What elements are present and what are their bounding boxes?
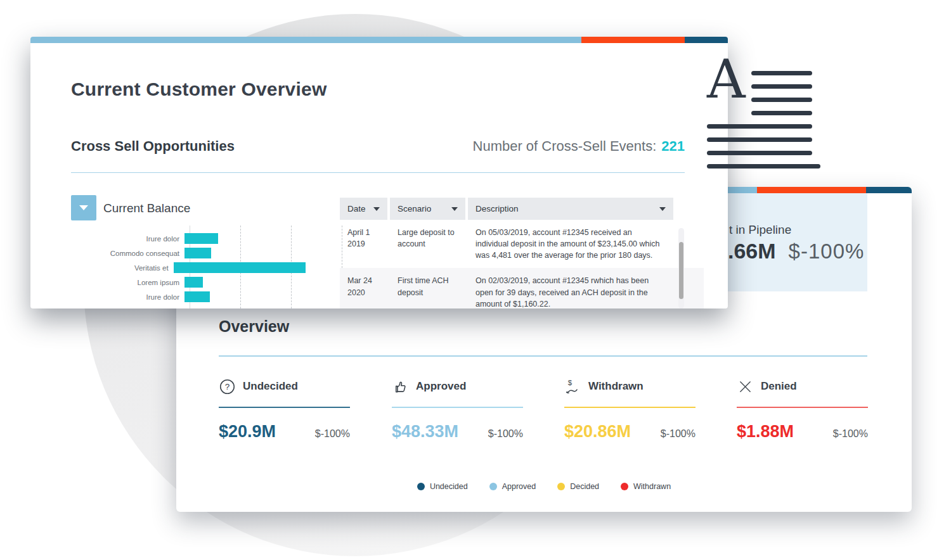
stat-withdrawn: $ Withdrawn $20.86M $-100% [564,377,695,453]
cell-scenario: Large deposit to account [398,227,463,261]
sort-caret-icon [373,207,380,211]
logo-line [751,111,812,115]
chart-metric-label: Current Balance [103,201,190,215]
chart-category-label: Irure dolor [71,235,184,243]
logo-line [707,137,812,142]
chart-bar[interactable] [184,248,211,258]
topbar-segment-darkblue [866,187,912,193]
logo-letter-a: A [707,53,746,106]
cell-date: April 1 2019 [347,227,389,261]
table-header-date[interactable]: Date [340,198,387,220]
chart-category-label: Commodo consequat [71,250,184,257]
table-row[interactable]: Mar 24 2020 First time ACH deposit On 02… [340,268,704,309]
chart-bar[interactable] [184,233,218,244]
events-label: Number of Cross-Sell Events: [473,138,657,154]
overview-heading: Overview [219,317,289,336]
table-scrollbar-track[interactable] [678,228,684,309]
front-card-topbar [30,37,728,43]
question-circle-icon: ? [219,378,235,395]
topbar-segment-darkblue [685,37,728,43]
chart-row: Irure dolor [71,233,306,244]
chart-category-label: Irure dolor [71,293,184,301]
logo-line [751,71,812,75]
svg-text:$: $ [567,379,572,386]
chart-bar[interactable] [174,262,306,273]
legend-label: Withdrawn [633,482,671,491]
chart-category-label: Veritatis et [71,264,174,272]
logo-line [707,151,812,155]
stat-delta: $-100% [661,428,695,440]
current-customer-card: Current Customer Overview Cross Sell Opp… [30,37,728,309]
table-scrollbar-thumb[interactable] [679,242,683,299]
cross-sell-events-table: Date Scenario Description April 1 2019 L… [340,198,704,309]
stat-label: Approved [416,380,466,393]
chart-row: Veritatis et [71,262,306,273]
stat-value: $20.9M [219,422,276,442]
table-header-description[interactable]: Description [468,198,673,220]
legend-item-approved: Approved [489,482,536,491]
thumbs-up-icon [392,378,408,395]
x-mark-icon [737,378,753,395]
cross-sell-events: Number of Cross-Sell Events:221 [473,138,685,155]
stat-underline [737,407,868,408]
stat-label: Undecided [243,380,298,393]
legend-dot-decided [557,483,565,490]
cell-description: On 05/03/2019, account #12345 received a… [476,227,663,261]
cell-scenario: First time ACH deposit [398,275,463,309]
chart-metric-dropdown-button[interactable] [71,195,96,220]
logo-line [751,84,812,89]
stat-denied: Denied $1.88M $-100% [737,377,868,453]
stat-label: Withdrawn [588,380,644,393]
logo-line [751,98,812,102]
chart-row: Irure dolor [71,291,306,302]
logo-line [707,124,812,129]
pipeline-delta: $-100% [789,239,865,264]
section-divider [71,172,685,173]
stat-underline [392,407,523,408]
topbar-segment-orange [581,37,685,43]
legend-dot-approved [489,483,497,490]
cell-description: On 02/03/2019, account #12345 rwhich has… [476,275,663,309]
legend-item-undecided: Undecided [417,482,468,491]
status-legend: Undecided Approved Decided Withdrawn [176,482,912,491]
events-count: 221 [661,138,685,154]
dashboard-stage: t in Pipeline .66M $-100% Overview ? Und… [0,0,951,560]
table-header-scenario[interactable]: Scenario [390,198,465,220]
stat-delta: $-100% [488,428,523,440]
stat-value: $1.88M [737,422,794,442]
stat-value: $20.86M [564,422,631,442]
chart-row: Commodo consequat [71,248,306,258]
chart-row: Lorem ipsum [71,277,306,288]
stat-delta: $-100% [315,428,350,440]
table-row[interactable]: April 1 2019 Large deposit to account On… [340,220,704,268]
chart-bar[interactable] [184,277,203,288]
pipeline-value: .66M [728,239,776,264]
header-label: Scenario [398,204,431,213]
chevron-down-icon [79,205,88,210]
stat-approved: Approved $48.33M $-100% [392,377,523,453]
sort-caret-icon [659,207,666,211]
cross-sell-heading: Cross Sell Opportunities [71,138,235,155]
svg-text:?: ? [224,382,230,391]
page-title: Current Customer Overview [71,79,327,100]
topbar-segment-lightblue [30,37,581,43]
stat-underline [219,407,350,408]
stat-underline [564,407,695,408]
sort-caret-icon [451,207,458,211]
stat-undecided: ? Undecided $20.9M $-100% [219,377,350,453]
hand-dollar-icon: $ [564,378,581,395]
stat-value: $48.33M [392,422,458,442]
overview-divider [219,355,867,357]
logo-line [707,164,820,169]
current-balance-bar-chart: Irure dolor Commodo consequat Veritatis … [71,233,306,306]
legend-dot-undecided [417,483,425,490]
legend-item-decided: Decided [557,482,599,491]
cell-date: Mar 24 2020 [347,275,389,309]
header-label: Date [347,204,366,213]
legend-dot-withdrawn [621,483,628,490]
chart-bar[interactable] [184,291,210,302]
chart-category-label: Lorem ipsum [71,279,184,286]
stat-label: Denied [761,380,797,393]
stat-delta: $-100% [833,428,868,440]
topbar-segment-orange [757,187,866,193]
